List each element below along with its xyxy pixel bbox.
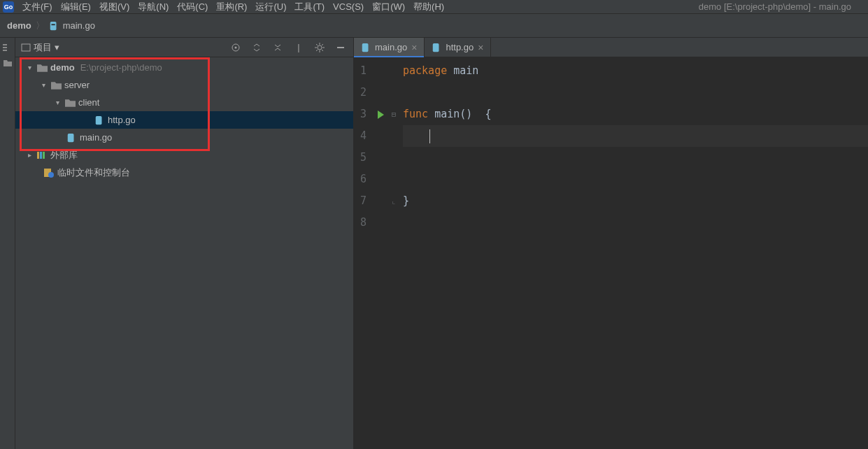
chevron-down-icon[interactable]: [39, 81, 48, 89]
svg-rect-4: [3, 50, 7, 51]
folder-icon: [36, 62, 48, 73]
line-number-gutter: 1 2 3 4 5 6 7 8: [354, 57, 371, 449]
tree-node-demo[interactable]: demo E:\project-php\demo: [15, 59, 353, 76]
close-icon[interactable]: ×: [411, 43, 417, 52]
line-number: 3: [354, 104, 367, 125]
fold-start-icon[interactable]: ⊟: [390, 110, 397, 119]
menu-edit[interactable]: 编辑(E): [61, 1, 91, 13]
menu-run[interactable]: 运行(U): [255, 1, 286, 13]
tree-node-client[interactable]: client: [15, 94, 353, 111]
menu-file[interactable]: 文件(F): [22, 1, 52, 13]
svg-point-8: [318, 45, 322, 50]
svg-rect-9: [337, 47, 344, 48]
tab-label: main.go: [375, 42, 407, 52]
tree-label: server: [64, 80, 90, 90]
code-token: func: [403, 108, 428, 120]
menu-code[interactable]: 代码(C): [177, 1, 208, 13]
breadcrumb: demo 〉 main.go: [0, 14, 868, 38]
go-file-icon: [49, 21, 59, 31]
menu-view[interactable]: 视图(V): [99, 1, 129, 13]
locate-icon[interactable]: [230, 42, 241, 53]
code-token: package: [403, 64, 447, 77]
line-number: 6: [354, 169, 367, 190]
project-tree[interactable]: demo E:\project-php\demo server: [15, 57, 353, 449]
svg-rect-17: [362, 43, 369, 51]
code-lines[interactable]: package main func main() { }: [403, 57, 868, 449]
run-icon[interactable]: [378, 111, 384, 119]
menu-bar: Go 文件(F) 编辑(E) 视图(V) 导航(N) 代码(C) 重构(R) 运…: [0, 0, 868, 14]
window-title: demo [E:\project-php\demo] - main.go: [699, 1, 865, 12]
folder-icon: [64, 97, 76, 108]
tree-node-http-go[interactable]: http.go: [15, 111, 353, 129]
go-file-icon: [66, 132, 77, 143]
fold-gutter: ⊟ ⌞: [390, 57, 403, 449]
code-area[interactable]: 1 2 3 4 5 6 7 8: [354, 57, 868, 449]
tree-label: 临时文件和控制台: [57, 166, 130, 179]
tab-main-go[interactable]: main.go ×: [354, 38, 425, 57]
folder-icon: [50, 80, 62, 91]
svg-rect-14: [43, 152, 45, 159]
svg-rect-1: [51, 24, 55, 25]
tree-label: 外部库: [50, 149, 78, 162]
structure-icon[interactable]: [2, 42, 13, 53]
fold-end-icon[interactable]: ⌞: [390, 197, 397, 206]
collapse-icon[interactable]: [272, 42, 283, 53]
breadcrumb-file[interactable]: main.go: [63, 20, 95, 31]
tree-hint: E:\project-php\demo: [80, 62, 162, 73]
code-token: () {: [460, 108, 491, 120]
tree-label: client: [78, 97, 99, 108]
sidebar-header: 项目 |: [15, 38, 353, 57]
main-area: 项目 | demo: [0, 38, 868, 449]
svg-rect-2: [3, 44, 7, 45]
line-number: 4: [354, 125, 367, 147]
tree-node-main-go[interactable]: main.go: [15, 129, 353, 146]
line-number: 1: [354, 60, 367, 82]
svg-point-7: [235, 46, 237, 48]
tree-node-server[interactable]: server: [15, 76, 353, 94]
menu-window[interactable]: 窗口(W): [372, 1, 405, 13]
menu-help[interactable]: 帮助(H): [413, 1, 444, 13]
editor-tabs: main.go × http.go ×: [354, 38, 868, 57]
go-file-icon: [361, 43, 371, 52]
menu-refactor[interactable]: 重构(R): [216, 1, 247, 13]
code-token: }: [403, 194, 409, 207]
text-caret: [429, 129, 430, 143]
project-strip-icon[interactable]: [2, 57, 13, 69]
code-token: main: [434, 108, 460, 120]
left-tool-strip: [0, 38, 15, 449]
gear-icon[interactable]: [314, 42, 325, 53]
chevron-down-icon: [55, 42, 59, 52]
project-label: 项目: [34, 41, 52, 54]
chevron-down-icon[interactable]: [53, 99, 62, 106]
minimize-icon[interactable]: [335, 42, 346, 53]
code-token: main: [453, 64, 478, 77]
menu-tools[interactable]: 工具(T): [294, 1, 325, 13]
chevron-down-icon[interactable]: [25, 64, 34, 71]
project-view-selector[interactable]: 项目: [21, 41, 59, 54]
tree-node-external-libs[interactable]: 外部库: [15, 146, 353, 164]
breadcrumb-sep: 〉: [36, 20, 45, 32]
tab-label: http.go: [446, 42, 474, 52]
svg-rect-18: [433, 43, 439, 51]
tree-label: main.go: [80, 132, 112, 143]
menu-vcs[interactable]: VCS(S): [333, 1, 364, 12]
go-file-icon: [94, 115, 105, 126]
breadcrumb-project[interactable]: demo: [7, 20, 31, 31]
expand-icon[interactable]: [251, 42, 262, 53]
menu-nav[interactable]: 导航(N): [138, 1, 169, 13]
line-number: 7: [354, 190, 367, 212]
chevron-right-icon[interactable]: [25, 151, 34, 159]
tree-label: demo: [50, 62, 75, 73]
editor-area: main.go × http.go × 1 2 3 4 5 6 7 8: [354, 38, 868, 449]
svg-rect-11: [68, 133, 74, 141]
svg-rect-13: [40, 152, 42, 159]
tab-http-go[interactable]: http.go ×: [425, 38, 491, 57]
svg-rect-12: [37, 152, 39, 159]
tree-label: http.go: [108, 115, 136, 125]
divider: |: [293, 42, 304, 53]
tree-node-scratches[interactable]: 临时文件和控制台: [15, 164, 353, 181]
close-icon[interactable]: ×: [478, 43, 483, 52]
line-number: 2: [354, 82, 367, 104]
svg-point-16: [48, 172, 54, 178]
line-number: 8: [354, 212, 367, 234]
